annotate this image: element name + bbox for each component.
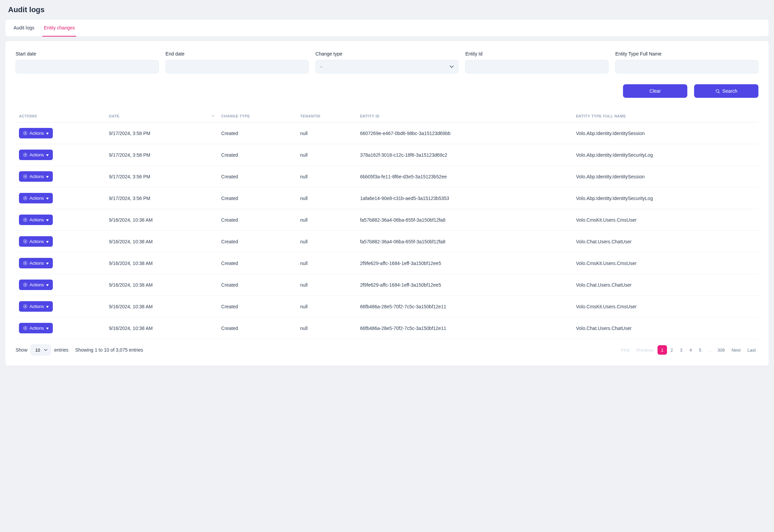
cell-date: 9/17/2024, 3:56 PM	[106, 166, 218, 187]
gear-icon	[23, 239, 27, 244]
show-label: Show	[16, 347, 27, 353]
col-actions[interactable]: ACTIONS	[16, 110, 106, 123]
table-row: Actions9/16/2024, 10:38 AMCreatednull2f9…	[16, 274, 758, 296]
table-row: Actions9/16/2024, 10:38 AMCreatednull66f…	[16, 317, 758, 339]
table-row: Actions9/17/2024, 3:58 PMCreatednull6607…	[16, 123, 758, 144]
col-date[interactable]: DATE	[106, 110, 218, 123]
caret-down-icon	[46, 174, 49, 179]
gear-icon	[23, 196, 27, 200]
row-actions-button[interactable]: Actions	[19, 150, 53, 160]
page-previous[interactable]: Previous	[633, 345, 656, 355]
cell-change-type: Created	[218, 123, 297, 144]
caret-down-icon	[46, 217, 49, 222]
col-entity-id[interactable]: ENTITY ID	[357, 110, 573, 123]
row-actions-button[interactable]: Actions	[19, 171, 53, 182]
page-last[interactable]: Last	[745, 345, 758, 355]
table-row: Actions9/16/2024, 10:38 AMCreatednullfa5…	[16, 209, 758, 231]
page-5[interactable]: 5	[695, 345, 705, 355]
pagination: First Previous 12345…308 Next Last	[618, 345, 758, 355]
row-actions-button[interactable]: Actions	[19, 236, 53, 247]
row-actions-button[interactable]: Actions	[19, 128, 53, 138]
page-2[interactable]: 2	[667, 345, 676, 355]
page-title: Audit logs	[5, 5, 769, 20]
table-row: Actions9/16/2024, 10:38 AMCreatednullfa5…	[16, 231, 758, 252]
cell-entity-type: Volo.Chat.Users.ChatUser	[573, 274, 758, 296]
cell-change-type: Created	[218, 209, 297, 231]
entity-id-input[interactable]	[465, 60, 608, 73]
table-row: Actions9/17/2024, 3:58 PMCreatednull378a…	[16, 144, 758, 166]
row-actions-label: Actions	[29, 217, 44, 222]
cell-date: 9/17/2024, 3:58 PM	[106, 144, 218, 166]
cell-tenant-id: null	[297, 123, 357, 144]
col-change-type[interactable]: CHANGE TYPE	[218, 110, 297, 123]
page-1[interactable]: 1	[658, 345, 667, 355]
row-actions-label: Actions	[29, 196, 44, 201]
entity-type-input[interactable]	[615, 60, 758, 73]
gear-icon	[23, 218, 27, 222]
cell-tenant-id: null	[297, 187, 357, 209]
row-actions-button[interactable]: Actions	[19, 215, 53, 225]
gear-icon	[23, 283, 27, 287]
search-button[interactable]: Search	[694, 84, 758, 98]
cell-date: 9/16/2024, 10:38 AM	[106, 231, 218, 252]
tab-entity-changes[interactable]: Entity changes	[42, 20, 76, 37]
row-actions-label: Actions	[29, 282, 44, 287]
row-actions-button[interactable]: Actions	[19, 323, 53, 333]
gear-icon	[23, 153, 27, 157]
caret-down-icon	[46, 196, 49, 201]
row-actions-button[interactable]: Actions	[19, 301, 53, 312]
page-4[interactable]: 4	[686, 345, 695, 355]
col-entity-type[interactable]: ENTITY TYPE FULL NAME	[573, 110, 758, 123]
cell-change-type: Created	[218, 166, 297, 187]
cell-tenant-id: null	[297, 231, 357, 252]
col-tenant-id[interactable]: TENANTID	[297, 110, 357, 123]
cell-entity-type: Volo.Abp.Identity.IdentitySession	[573, 166, 758, 187]
caret-down-icon	[46, 261, 49, 266]
filters-row: Start date End date Change type - Entity…	[16, 51, 758, 73]
row-actions-button[interactable]: Actions	[19, 258, 53, 268]
cell-entity-id: fa57b882-36a4-06ba-655f-3a150bf12fa8	[357, 209, 573, 231]
page-3[interactable]: 3	[676, 345, 686, 355]
caret-down-icon	[46, 131, 49, 136]
cell-entity-type: Volo.Abp.Identity.IdentitySecurityLog	[573, 187, 758, 209]
table-footer: Show 10 entries Showing 1 to 10 of 3,075…	[16, 345, 758, 355]
page-308[interactable]: 308	[715, 345, 728, 355]
cell-entity-id: 378a162f-3018-c12c-18f6-3a15123d69c2	[357, 144, 573, 166]
cell-entity-type: Volo.CmsKit.Users.CmsUser	[573, 252, 758, 274]
page-size-control: Show 10 entries	[16, 345, 68, 355]
caret-down-icon	[46, 152, 49, 157]
row-actions-button[interactable]: Actions	[19, 280, 53, 290]
tab-audit-logs[interactable]: Audit logs	[12, 20, 36, 37]
cell-tenant-id: null	[297, 317, 357, 339]
page-next[interactable]: Next	[729, 345, 744, 355]
table-row: Actions9/17/2024, 3:56 PMCreatednull1afa…	[16, 187, 758, 209]
table-row: Actions9/16/2024, 10:38 AMCreatednull2f9…	[16, 252, 758, 274]
cell-change-type: Created	[218, 187, 297, 209]
table-row: Actions9/16/2024, 10:38 AMCreatednull66f…	[16, 296, 758, 317]
clear-button[interactable]: Clear	[623, 84, 687, 98]
cell-change-type: Created	[218, 144, 297, 166]
page-size-select[interactable]: 10	[31, 345, 51, 355]
cell-tenant-id: null	[297, 209, 357, 231]
end-date-input[interactable]	[166, 60, 309, 73]
row-actions-label: Actions	[29, 239, 44, 244]
cell-entity-id: fa57b882-36a4-06ba-655f-3a150bf12fa8	[357, 231, 573, 252]
cell-date: 9/16/2024, 10:38 AM	[106, 274, 218, 296]
cell-entity-type: Volo.CmsKit.Users.CmsUser	[573, 209, 758, 231]
cell-entity-id: 66fb486a-28e5-70f2-7c5c-3a150bf12e11	[357, 317, 573, 339]
cell-entity-id: 6607269e-e467-0bd6-98bc-3a15123d69bb	[357, 123, 573, 144]
cell-change-type: Created	[218, 274, 297, 296]
change-type-select[interactable]: -	[316, 60, 459, 73]
row-actions-button[interactable]: Actions	[19, 193, 53, 203]
cell-entity-id: 6bb05f3a-fe11-8f6e-d3e5-3a15123b52ee	[357, 166, 573, 187]
page-first[interactable]: First	[618, 345, 632, 355]
start-date-input[interactable]	[16, 60, 159, 73]
tabs-bar: Audit logs Entity changes	[5, 20, 769, 36]
gear-icon	[23, 326, 27, 330]
gear-icon	[23, 261, 27, 265]
page-ellipsis: …	[705, 345, 715, 355]
cell-tenant-id: null	[297, 144, 357, 166]
cell-change-type: Created	[218, 296, 297, 317]
cell-entity-id: 2f9fe629-affc-1684-1eff-3a150bf12ee5	[357, 274, 573, 296]
search-icon	[715, 89, 720, 94]
